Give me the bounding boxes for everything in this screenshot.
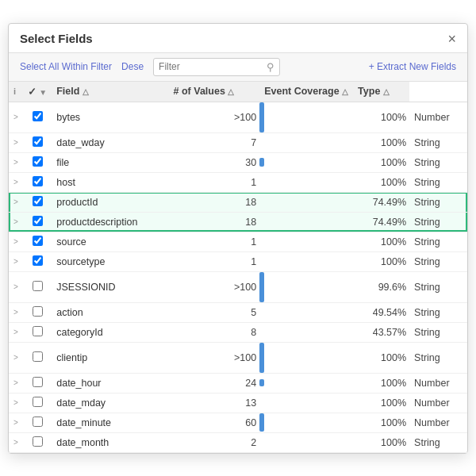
field-checkbox[interactable] (33, 416, 43, 427)
table-row: > date_hour 24 100% Number (9, 373, 467, 393)
bar-cell (259, 342, 353, 373)
table-row: > sourcetype 1 100% String (9, 251, 467, 271)
checkbox-cell[interactable] (23, 102, 52, 132)
values-cell: 60 (169, 413, 260, 432)
table-row: > clientip >100 100% String (9, 342, 467, 373)
field-checkbox[interactable] (33, 397, 43, 407)
coverage-cell: 99.6% (353, 271, 409, 302)
expand-cell[interactable]: > (9, 302, 23, 322)
field-name: bytes (52, 102, 168, 132)
field-name: date_wday (52, 132, 168, 152)
field-checkbox[interactable] (33, 436, 43, 447)
field-checkbox[interactable] (33, 255, 43, 266)
col-coverage[interactable]: Event Coverage △ (259, 82, 353, 102)
fields-table-wrap: i ✓ ▼ Field △ # of Values △ Event Covera… (9, 82, 467, 453)
bar-cell (259, 102, 353, 132)
checkbox-cell[interactable] (23, 432, 52, 452)
filter-input[interactable] (159, 61, 263, 72)
expand-cell[interactable]: > (9, 271, 23, 302)
expand-cell[interactable]: > (9, 342, 23, 373)
values-cell: 5 (169, 302, 260, 322)
checkbox-cell[interactable] (23, 342, 52, 373)
checkbox-cell[interactable] (23, 192, 52, 212)
checkbox-cell[interactable] (23, 271, 52, 302)
bar-cell (259, 251, 353, 271)
field-checkbox[interactable] (33, 326, 43, 336)
coverage-cell: 100% (353, 432, 409, 452)
col-field[interactable]: Field △ (52, 82, 168, 102)
bar-cell (259, 132, 353, 152)
coverage-cell: 100% (353, 102, 409, 132)
coverage-cell: 49.54% (353, 302, 409, 322)
field-name: action (52, 302, 168, 322)
table-row: > source 1 100% String (9, 232, 467, 251)
col-info: i (9, 82, 23, 102)
extract-new-fields-link[interactable]: + Extract New Fields (369, 61, 456, 72)
field-checkbox[interactable] (33, 351, 43, 362)
type-cell: String (409, 342, 467, 373)
field-checkbox[interactable] (33, 377, 43, 387)
field-checkbox[interactable] (33, 136, 43, 147)
select-all-link[interactable]: Select All Within Filter (20, 61, 112, 72)
checkbox-cell[interactable] (23, 172, 52, 192)
expand-cell[interactable]: > (9, 212, 23, 232)
toolbar: Select All Within Filter Dese ⚲ + Extrac… (9, 53, 467, 82)
deselect-link[interactable]: Dese (121, 61, 144, 72)
field-checkbox[interactable] (33, 236, 43, 246)
expand-cell[interactable]: > (9, 251, 23, 271)
table-row: > action 5 49.54% String (9, 302, 467, 322)
expand-cell[interactable]: > (9, 152, 23, 172)
field-name: categoryId (52, 322, 168, 342)
table-row: > bytes >100 100% Number (9, 102, 467, 132)
expand-cell[interactable]: > (9, 102, 23, 132)
checkbox-cell[interactable] (23, 322, 52, 342)
checkbox-cell[interactable] (23, 232, 52, 251)
field-checkbox[interactable] (33, 216, 43, 226)
expand-cell[interactable]: > (9, 132, 23, 152)
checkbox-cell[interactable] (23, 413, 52, 432)
checkbox-cell[interactable] (23, 302, 52, 322)
field-checkbox[interactable] (33, 176, 43, 186)
field-checkbox[interactable] (33, 306, 43, 317)
type-cell: String (409, 302, 467, 322)
expand-cell[interactable]: > (9, 322, 23, 342)
checkbox-cell[interactable] (23, 393, 52, 413)
expand-cell[interactable]: > (9, 413, 23, 432)
field-name: productdescription (52, 212, 168, 232)
field-checkbox[interactable] (33, 196, 43, 206)
checkbox-cell[interactable] (23, 212, 52, 232)
field-checkbox[interactable] (33, 281, 43, 291)
expand-cell[interactable]: > (9, 393, 23, 413)
col-type[interactable]: Type △ (353, 82, 409, 102)
checkbox-cell[interactable] (23, 251, 52, 271)
values-cell: 18 (169, 212, 260, 232)
table-row: > JSESSIONID >100 99.6% String (9, 271, 467, 302)
expand-cell[interactable]: > (9, 172, 23, 192)
bar-cell (259, 212, 353, 232)
table-row: > date_wday 7 100% String (9, 132, 467, 152)
field-name: clientip (52, 342, 168, 373)
checkbox-cell[interactable] (23, 373, 52, 393)
type-cell: String (409, 152, 467, 172)
col-values[interactable]: # of Values △ (169, 82, 260, 102)
expand-cell[interactable]: > (9, 432, 23, 452)
field-checkbox[interactable] (33, 156, 43, 167)
type-cell: String (409, 132, 467, 152)
checkbox-cell[interactable] (23, 132, 52, 152)
field-checkbox[interactable] (33, 111, 43, 121)
type-cell: String (409, 322, 467, 342)
fields-table: i ✓ ▼ Field △ # of Values △ Event Covera… (9, 82, 467, 453)
coverage-cell: 100% (353, 251, 409, 271)
expand-cell[interactable]: > (9, 192, 23, 212)
expand-cell[interactable]: > (9, 373, 23, 393)
table-row: > host 1 100% String (9, 172, 467, 192)
close-button[interactable]: × (447, 32, 456, 46)
col-checked: ✓ ▼ (23, 82, 52, 102)
table-row: > file 30 100% String (9, 152, 467, 172)
expand-cell[interactable]: > (9, 232, 23, 251)
values-cell: >100 (169, 271, 260, 302)
field-name: source (52, 232, 168, 251)
bar-cell (259, 393, 353, 413)
type-cell: String (409, 251, 467, 271)
checkbox-cell[interactable] (23, 152, 52, 172)
